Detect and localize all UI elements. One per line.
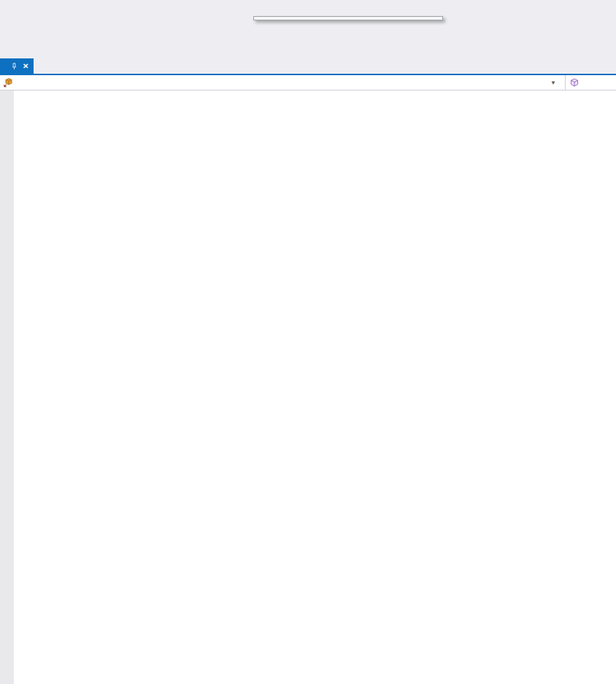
document-tab-bar: ✕ <box>0 58 616 75</box>
profiler-toolbar <box>0 38 616 58</box>
justmock-dropdown-menu <box>253 16 443 20</box>
pin-icon[interactable] <box>10 62 18 70</box>
class-icon <box>4 77 14 88</box>
close-icon[interactable]: ✕ <box>23 63 28 70</box>
breadcrumb-container-dropdown[interactable]: ▼ <box>0 77 565 88</box>
navigation-bar: ▼ <box>0 75 616 91</box>
breadcrumb-member-dropdown[interactable] <box>565 75 616 90</box>
indicator-margin <box>0 91 14 684</box>
method-icon <box>569 77 580 88</box>
chevron-down-icon[interactable]: ▼ <box>546 80 561 86</box>
tab-unittest1[interactable]: ✕ <box>0 58 34 74</box>
code-editor[interactable] <box>0 91 616 684</box>
menu-bar <box>0 0 616 17</box>
